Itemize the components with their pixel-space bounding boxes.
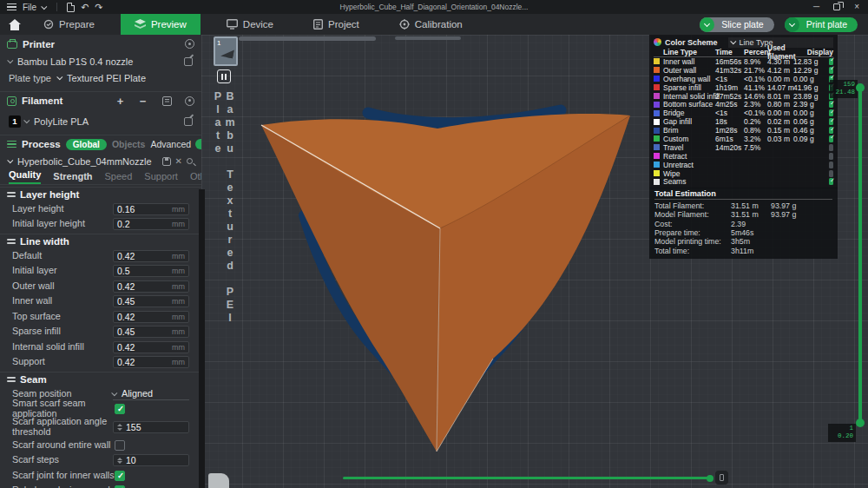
file-menu-chevron-icon[interactable] (41, 3, 47, 10)
legend-row: Travel14m20s7.5% (654, 143, 833, 152)
scarf-joint-inner-walls-checkbox[interactable] (115, 471, 125, 481)
edit-filament-icon[interactable] (184, 117, 193, 126)
filament-settings-gear-icon[interactable] (185, 96, 194, 106)
printer-section-header: Printer (0, 35, 201, 53)
close-button[interactable]: × (854, 3, 859, 11)
seam-position-select[interactable]: Aligned (113, 387, 189, 400)
smart-scarf-checkbox[interactable] (115, 404, 125, 414)
sidebar-scrollbar[interactable] (199, 189, 205, 488)
seam-icon (7, 377, 16, 382)
plate-type-dropdown[interactable]: Textured PEI Plate (58, 73, 146, 83)
legend-row: Sparse infill1h19m41.1%14.07 m41.96 g (654, 83, 833, 92)
tab-project[interactable]: Project (299, 14, 373, 35)
scope-global-button[interactable]: Global (66, 139, 107, 150)
minimize-button[interactable]: ─ (813, 3, 819, 11)
group-seam: Seam (0, 372, 201, 386)
delete-preset-icon[interactable]: ✕ (175, 157, 182, 166)
outer-wall-line-width-input[interactable]: 0.42mm (113, 280, 189, 293)
ams-sync-icon[interactable] (162, 96, 172, 106)
tab-prepare[interactable]: Prepare (30, 14, 108, 35)
tab-calibration[interactable]: Calibration (385, 14, 477, 35)
display-checkbox[interactable] (829, 144, 833, 151)
display-checkbox[interactable] (829, 153, 833, 160)
scarf-angle-threshold-input[interactable]: 155 (113, 421, 189, 433)
advanced-label: Advanced (150, 139, 191, 149)
scarf-around-wall-checkbox[interactable] (115, 440, 125, 451)
filament-preset-dropdown[interactable]: 1 PolyLite PLA (0, 113, 201, 129)
remove-filament-button[interactable]: − (140, 95, 147, 108)
sparse-infill-line-width-input[interactable]: 0.45mm (113, 326, 189, 338)
line-type-swatch (654, 153, 660, 159)
initial-layer-height-input[interactable]: 0.2mm (113, 218, 189, 230)
printer-icon (7, 41, 17, 49)
legend-row: Seams (654, 177, 833, 186)
internal-solid-infill-line-width-input[interactable]: 0.42mm (113, 341, 189, 353)
display-checkbox[interactable] (829, 109, 833, 116)
save-preset-icon[interactable] (162, 157, 171, 166)
printer-settings-gear-icon[interactable] (185, 39, 194, 49)
line-type-swatch (654, 162, 660, 168)
legend-row: Outer wall41m32s21.7%4.12 m12.29 g (654, 66, 833, 75)
display-checkbox[interactable] (829, 118, 833, 125)
display-checkbox[interactable] (829, 101, 833, 108)
scope-objects-button[interactable]: Objects (112, 139, 146, 149)
restore-button[interactable] (833, 3, 840, 10)
inner-wall-line-width-input[interactable]: 0.45mm (113, 295, 189, 307)
display-checkbox[interactable] (829, 127, 833, 134)
initial-layer-line-width-input[interactable]: 0.5mm (113, 265, 189, 277)
layer-slider-bottom-handle[interactable] (856, 419, 865, 427)
bambu-studio-window: File ↶ ↷ Hyperbolic_Cube_Half_Diagonal_O… (0, 0, 868, 488)
home-button[interactable] (0, 14, 30, 35)
display-checkbox[interactable] (829, 135, 833, 142)
tab-others[interactable]: Others (190, 171, 201, 184)
line-type-swatch (654, 170, 660, 176)
legend-row: Bottom surface4m25s2.3%0.80 m2.39 g (654, 100, 833, 109)
tab-device[interactable]: Device (213, 14, 287, 35)
tab-quality[interactable]: Quality (9, 169, 41, 184)
moves-slider[interactable] (343, 477, 711, 479)
layer-range-slider[interactable] (858, 87, 862, 424)
display-checkbox[interactable] (829, 162, 833, 168)
filament-section-header: Filament + − (0, 91, 201, 109)
add-filament-button[interactable]: + (117, 95, 124, 108)
print-dropdown-icon[interactable] (785, 17, 799, 32)
new-project-icon[interactable] (67, 3, 75, 12)
edit-printer-icon[interactable] (184, 57, 193, 66)
tab-preview[interactable]: Preview (121, 14, 201, 35)
device-icon (227, 19, 238, 30)
process-preset-dropdown[interactable]: Hyperbolic_Cube_04mmNozzle ✕ (0, 153, 201, 169)
display-checkbox[interactable] (829, 67, 833, 74)
display-checkbox[interactable] (829, 58, 833, 65)
search-preset-icon[interactable] (187, 158, 193, 164)
slice-dropdown-icon[interactable] (700, 17, 714, 32)
tab-speed[interactable]: Speed (105, 171, 133, 184)
tab-strength[interactable]: Strength (53, 171, 92, 184)
file-menu[interactable]: File (23, 3, 36, 12)
tab-support[interactable]: Support (144, 171, 178, 184)
printer-preset-dropdown[interactable]: Bambu Lab P1S 0.4 nozzle (0, 53, 201, 69)
single-step-button[interactable] (715, 471, 728, 485)
undo-icon[interactable]: ↶ (81, 3, 89, 12)
legend-row: Wipe (654, 169, 833, 178)
hamburger-menu-icon[interactable] (7, 3, 16, 11)
color-scheme-title: Color Scheme (665, 38, 718, 47)
print-plate-button[interactable]: Print plate (785, 17, 858, 32)
moves-slider-handle[interactable] (707, 475, 713, 482)
home-icon (9, 19, 21, 30)
line-type-swatch (654, 128, 660, 134)
preview-icon (135, 19, 146, 30)
slice-plate-button[interactable]: Slice plate (700, 17, 773, 32)
display-checkbox[interactable] (829, 170, 833, 177)
support-line-width-input[interactable]: 0.42mm (113, 356, 189, 368)
top-surface-line-width-input[interactable]: 0.42mm (113, 311, 189, 323)
preview-viewport[interactable]: 1 Bambu Textured PEI Plate Color Scheme … (201, 35, 868, 488)
layer-height-input[interactable]: 0.16mm (113, 203, 189, 215)
default-line-width-input[interactable]: 0.42mm (113, 250, 189, 262)
layer-height-icon (7, 192, 16, 197)
display-checkbox[interactable] (829, 178, 833, 185)
plate-type-row: Plate type Textured PEI Plate (0, 69, 201, 86)
scarf-steps-input[interactable]: 10 (113, 454, 189, 466)
redo-icon[interactable]: ↷ (95, 3, 102, 12)
layer-slider-top-handle[interactable] (856, 83, 865, 92)
advanced-toggle[interactable] (195, 139, 201, 149)
